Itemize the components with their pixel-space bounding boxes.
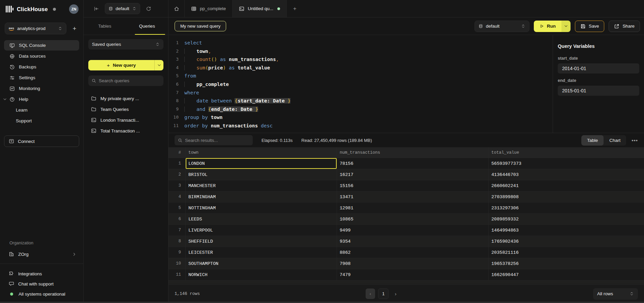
cell-town[interactable]: LIVERPOOL xyxy=(186,225,337,236)
cell-total-value[interactable]: 2703899808 xyxy=(489,191,644,202)
cell-town[interactable]: BRISTOL xyxy=(186,169,337,180)
system-status[interactable]: All systems operational xyxy=(0,289,83,299)
user-avatar[interactable]: ZN xyxy=(69,4,79,14)
next-page-button[interactable]: › xyxy=(392,291,400,297)
add-service-button[interactable]: + xyxy=(70,25,79,32)
saved-queries-select[interactable]: Saved queries xyxy=(88,39,163,50)
editor-line[interactable]: 11order by num_transactions desc xyxy=(168,122,553,130)
cell-num-transactions[interactable]: 8862 xyxy=(337,247,489,258)
saved-query-chip[interactable]: My new saved query xyxy=(175,21,226,31)
column-header-town[interactable]: town xyxy=(186,147,337,158)
cell-row-number[interactable]: 1 xyxy=(168,158,186,169)
editor-line[interactable]: 1select xyxy=(168,39,553,47)
cell-total-value[interactable]: 1965378256 xyxy=(489,258,644,269)
cell-num-transactions[interactable]: 7908 xyxy=(337,258,489,269)
cell-total-value[interactable]: 2035821116 xyxy=(489,247,644,258)
editor-line[interactable]: 2 town, xyxy=(168,47,553,56)
new-tab-button[interactable]: + xyxy=(287,0,303,17)
topbar-database-select[interactable]: default xyxy=(105,3,140,14)
cell-num-transactions[interactable]: 15156 xyxy=(337,180,489,191)
results-search-input[interactable] xyxy=(185,138,249,143)
editor-line[interactable]: 7where xyxy=(168,89,553,97)
cell-row-number[interactable]: 4 xyxy=(168,191,186,202)
sidebar-item-data-sources[interactable]: Data sources xyxy=(4,51,79,61)
cell-total-value[interactable]: 1662690447 xyxy=(489,269,644,280)
cell-total-value[interactable]: 1464994863 xyxy=(489,225,644,236)
refresh-icon[interactable] xyxy=(146,6,151,11)
cell-row-number[interactable]: 11 xyxy=(168,269,186,280)
save-button[interactable]: Save xyxy=(575,21,604,32)
page-number[interactable]: 1 xyxy=(378,289,389,299)
saved-query-item-team-queries[interactable]: Team Queries xyxy=(88,104,163,115)
share-button[interactable]: Share xyxy=(609,21,640,32)
page-size-select[interactable]: All rows xyxy=(593,288,638,300)
cell-town[interactable]: NORWICH xyxy=(186,269,337,280)
cell-town[interactable]: MANCHESTER xyxy=(186,180,337,191)
tab-tables[interactable]: Tables xyxy=(84,18,126,35)
cell-row-number[interactable]: 9 xyxy=(168,247,186,258)
cell-total-value[interactable]: 2660602241 xyxy=(489,180,644,191)
column-header-num-transactions[interactable]: num_transactions xyxy=(337,147,489,158)
cell-row-number[interactable]: 2 xyxy=(168,169,186,180)
editor-line[interactable]: 9 and {end_date: Date } xyxy=(168,105,553,114)
new-query-button[interactable]: + New query xyxy=(88,62,154,68)
sidebar-item-settings[interactable]: Settings xyxy=(4,72,79,83)
column-header-row-number[interactable]: # xyxy=(168,147,186,158)
cell-row-number[interactable]: 8 xyxy=(168,236,186,247)
saved-query-item-my-private-query[interactable]: My private query ... xyxy=(88,93,163,104)
cell-num-transactions[interactable]: 10865 xyxy=(337,214,489,224)
organization-switcher[interactable]: ZOrg xyxy=(0,249,83,259)
sidebar-item-help[interactable]: Help xyxy=(4,94,79,104)
service-select[interactable]: aws analytics-prod xyxy=(5,23,66,34)
tab-untitled-query[interactable]: Untitled qu... xyxy=(232,0,287,17)
cell-town[interactable]: SHEFFIELD xyxy=(186,236,337,247)
view-chart-button[interactable]: Chart xyxy=(604,135,626,146)
cell-num-transactions[interactable]: 12981 xyxy=(337,203,489,213)
cell-num-transactions[interactable]: 9354 xyxy=(337,236,489,247)
tab-pp-complete[interactable]: pp_complete xyxy=(184,0,232,17)
sidebar-item-integrations[interactable]: Integrations xyxy=(0,269,83,279)
cell-town[interactable]: LONDON xyxy=(186,158,337,169)
sidebar-item-support[interactable]: Support xyxy=(4,116,79,126)
home-button[interactable] xyxy=(168,0,184,17)
run-database-select[interactable]: default xyxy=(474,21,529,32)
sidebar-item-chat-with-support[interactable]: Chat with support xyxy=(0,279,83,289)
cell-row-number[interactable]: 7 xyxy=(168,225,186,236)
cell-num-transactions[interactable]: 13471 xyxy=(337,191,489,202)
collapse-sidebar-icon[interactable] xyxy=(94,6,99,11)
cell-total-value[interactable]: 56593977373 xyxy=(489,158,644,169)
editor-line[interactable]: 5from xyxy=(168,72,553,80)
cell-row-number[interactable]: 5 xyxy=(168,203,186,213)
cell-num-transactions[interactable]: 9499 xyxy=(337,225,489,236)
run-button[interactable]: Run xyxy=(534,21,561,32)
cell-total-value[interactable]: 2313297306 xyxy=(489,203,644,213)
cell-total-value[interactable]: 1765902436 xyxy=(489,236,644,247)
query-search-input[interactable] xyxy=(99,78,160,83)
cell-num-transactions[interactable]: 16217 xyxy=(337,169,489,180)
cell-row-number[interactable]: 10 xyxy=(168,258,186,269)
sidebar-item-learn[interactable]: Learn xyxy=(4,105,79,115)
cell-total-value[interactable]: 2089859332 xyxy=(489,214,644,224)
sidebar-item-sql-console[interactable]: SQL Console xyxy=(4,40,79,51)
tab-queries[interactable]: Queries xyxy=(126,18,168,35)
saved-query-item-london-transacti[interactable]: London Transacti... xyxy=(88,115,163,125)
cell-num-transactions[interactable]: 7479 xyxy=(337,269,489,280)
sidebar-item-backups[interactable]: Backups xyxy=(4,62,79,72)
cell-num-transactions[interactable]: 78156 xyxy=(337,158,489,169)
cell-town[interactable]: NOTTINGHAM xyxy=(186,203,337,213)
variable-input-start-date[interactable] xyxy=(558,63,639,73)
editor-line[interactable]: 3 count() as num_transactions, xyxy=(168,55,553,64)
cell-town[interactable]: SOUTHAMPTON xyxy=(186,258,337,269)
cell-town[interactable]: LEEDS xyxy=(186,214,337,224)
editor-line[interactable]: 8 date between {start_date: Date } xyxy=(168,97,553,105)
more-options-button[interactable]: ••• xyxy=(632,138,638,143)
column-header-total-value[interactable]: total_value xyxy=(489,147,644,158)
cell-row-number[interactable]: 6 xyxy=(168,214,186,224)
editor-line[interactable]: 10group by town xyxy=(168,113,553,122)
cell-total-value[interactable]: 4136446703 xyxy=(489,169,644,180)
view-table-button[interactable]: Table xyxy=(581,135,604,146)
sql-editor[interactable]: 1select2 town,3 count() as num_transacti… xyxy=(168,35,553,133)
cell-row-number[interactable]: 3 xyxy=(168,180,186,191)
new-query-options-button[interactable] xyxy=(154,60,163,70)
editor-line[interactable]: 6 pp_complete xyxy=(168,80,553,89)
